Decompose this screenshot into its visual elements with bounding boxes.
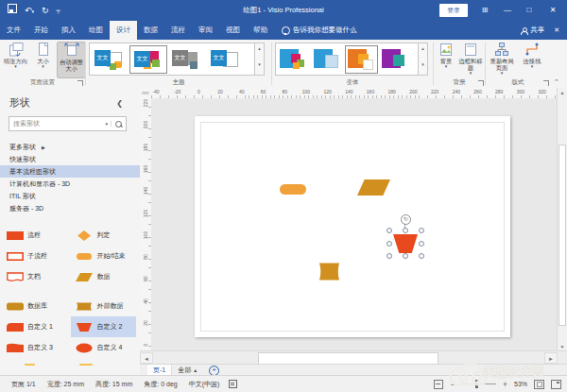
stencil-item-process[interactable]: 流程	[2, 225, 67, 246]
ruler-number: 40	[239, 89, 245, 94]
gallery-scroll-more-icon[interactable]: ▾	[419, 60, 427, 76]
stencil-item-custom-4[interactable]: 自定义 4	[71, 337, 136, 358]
drawing-page[interactable]	[195, 116, 510, 337]
stencil-item-custom-2-selected[interactable]: 自定义 2	[71, 316, 136, 337]
zoom-slider[interactable]	[462, 383, 496, 384]
selection-handle[interactable]	[419, 253, 424, 259]
background-button[interactable]: 背景 ▾	[435, 42, 457, 77]
zoom-level[interactable]: 53%	[514, 381, 527, 387]
sign-in-button[interactable]: 登录	[439, 4, 468, 17]
theme-thumbnail-4[interactable]: 文文	[208, 46, 244, 73]
maximize-button[interactable]: □	[521, 0, 538, 21]
stencil-item-custom-3[interactable]: 自定义 3	[2, 337, 67, 358]
border-title-button[interactable]: 边框和标题 ▾	[458, 42, 483, 77]
shape-search-input[interactable]: 搜索形状 ▾	[9, 116, 127, 131]
vertical-scroll-thumb[interactable]	[558, 145, 566, 326]
proofing-icon[interactable]	[229, 380, 237, 388]
scroll-left-icon[interactable]: ◄	[140, 352, 153, 364]
selection-handle[interactable]	[403, 253, 408, 259]
gallery-scroll-more-icon[interactable]: ▾	[255, 60, 264, 76]
tab-process[interactable]: 流程	[164, 21, 192, 40]
tab-view[interactable]: 视图	[219, 21, 247, 40]
selection-handle[interactable]	[387, 253, 392, 259]
autosize-button[interactable]: 自动调整大小	[57, 42, 86, 78]
stencil-item-subprocess[interactable]: 子流程	[2, 246, 67, 266]
orientation-button[interactable]: 纸张方向 ▾	[2, 42, 29, 77]
sidebar-item-more-shapes[interactable]: 更多形状▶	[0, 141, 140, 153]
selection-handle[interactable]	[387, 228, 392, 233]
relayout-page-button[interactable]: 重新布局页面 ▾	[487, 42, 517, 77]
horizontal-scrollbar[interactable]: ◄ ►	[140, 350, 567, 365]
ribbon: 纸张方向 ▾ 大小 ▾ 自动调整大小 页面设置	[0, 40, 567, 89]
scroll-up-icon[interactable]: ▲	[558, 88, 567, 97]
status-shape-height[interactable]: 高度: 15 mm	[95, 380, 132, 389]
variant-thumbnail-3-selected[interactable]	[346, 46, 377, 73]
connectors-button[interactable]: 连接线 ▾	[519, 42, 545, 77]
canvas-region: mm -40-200204060801001201401601802002202…	[140, 88, 567, 376]
status-shape-width[interactable]: 宽度: 25 mm	[47, 380, 84, 389]
tab-help[interactable]: 帮助	[247, 21, 274, 40]
ribbon-display-options-icon[interactable]: ⊞	[476, 0, 493, 21]
status-page-number[interactable]: 页面 1/1	[11, 380, 36, 389]
tab-draw[interactable]: 绘图	[82, 21, 110, 40]
share-button[interactable]: 共享	[521, 26, 544, 35]
status-shape-angle[interactable]: 角度: 0 deg	[144, 380, 177, 389]
add-page-button[interactable]: +	[209, 366, 219, 376]
stencil-item-start-end[interactable]: 开始/结束	[71, 246, 136, 266]
search-icon[interactable]	[115, 121, 122, 128]
layout-dialog-launcher-icon[interactable]	[543, 80, 549, 86]
background-dialog-launcher-icon[interactable]	[478, 80, 484, 86]
fit-page-icon[interactable]	[434, 380, 443, 389]
selection-handle[interactable]	[419, 241, 424, 247]
panel-collapse-icon[interactable]: ❮	[116, 99, 123, 108]
search-dropdown-icon[interactable]: ▾	[102, 121, 112, 127]
tab-file[interactable]: 文件	[0, 21, 27, 40]
stencil-item-decision[interactable]: 判定	[71, 225, 136, 246]
selection-handle[interactable]	[387, 241, 392, 247]
stencil-item-document[interactable]: 文档	[2, 266, 67, 287]
sidebar-item-servers-3d[interactable]: 服务器 - 3D	[0, 202, 140, 214]
page-setup-dialog-launcher-icon[interactable]	[77, 80, 83, 86]
gallery-scroll-up-icon[interactable]: ▴	[255, 43, 264, 60]
collapse-ribbon-icon[interactable]: ⌃	[554, 78, 559, 86]
zoom-slider-thumb[interactable]	[475, 380, 478, 388]
tab-insert[interactable]: 插入	[55, 21, 82, 40]
close-button[interactable]: ✕	[544, 0, 561, 21]
theme-thumbnail-3[interactable]: 文文	[169, 46, 205, 73]
rotation-handle[interactable]: ↻	[401, 214, 411, 225]
drawing-canvas[interactable]: ↻	[151, 98, 558, 351]
size-button[interactable]: 大小 ▾	[29, 42, 57, 77]
tab-home[interactable]: 开始	[27, 21, 55, 40]
variant-thumbnail-2[interactable]	[312, 46, 343, 73]
canvas-shape-start-end[interactable]	[280, 184, 306, 195]
selection-handle[interactable]	[419, 228, 424, 233]
theme-thumbnail-2-selected[interactable]: 文文	[130, 46, 166, 73]
sidebar-item-itil-shapes[interactable]: ITIL 形状	[0, 190, 140, 202]
stencil-item-data[interactable]: 数据	[71, 266, 136, 287]
stencil-item-external-data[interactable]: 外部数据	[71, 296, 136, 316]
gallery-scroll-up-icon[interactable]: ▴	[419, 43, 427, 60]
fit-window-button[interactable]	[534, 380, 544, 389]
sidebar-item-quick-shapes[interactable]: 快速形状	[0, 153, 140, 165]
fullscreen-button[interactable]	[551, 380, 561, 389]
sidebar-item-computers-monitors-3d[interactable]: 计算机和显示器 - 3D	[0, 178, 140, 190]
tabrow-close-icon[interactable]: ✕	[554, 26, 559, 34]
canvas-shape-database[interactable]	[318, 263, 343, 281]
zoom-out-button[interactable]: −	[450, 380, 455, 389]
vertical-scrollbar[interactable]: ▲ ▼	[557, 88, 567, 351]
status-language[interactable]: 中文(中国)	[189, 380, 220, 389]
variant-thumbnail-1[interactable]	[278, 46, 309, 73]
tab-data[interactable]: 数据	[137, 21, 164, 40]
scroll-right-icon[interactable]: ►	[544, 352, 558, 364]
stencil-item-custom-1[interactable]: 自定义 1	[2, 316, 67, 337]
tab-design[interactable]: 设计	[110, 21, 137, 40]
variant-thumbnail-4[interactable]	[380, 46, 411, 73]
stencil-item-database[interactable]: 数据库	[2, 296, 67, 316]
tab-review[interactable]: 审阅	[192, 21, 219, 40]
minimize-button[interactable]: —	[499, 0, 516, 21]
tell-me-box[interactable]: 告诉我你想要做什么	[274, 21, 365, 40]
zoom-in-button[interactable]: +	[503, 380, 507, 389]
selection-handle[interactable]	[403, 228, 408, 233]
sidebar-item-basic-flowchart[interactable]: 基本流程图形状	[0, 165, 140, 178]
theme-thumbnail-1[interactable]: 文文	[92, 46, 128, 73]
